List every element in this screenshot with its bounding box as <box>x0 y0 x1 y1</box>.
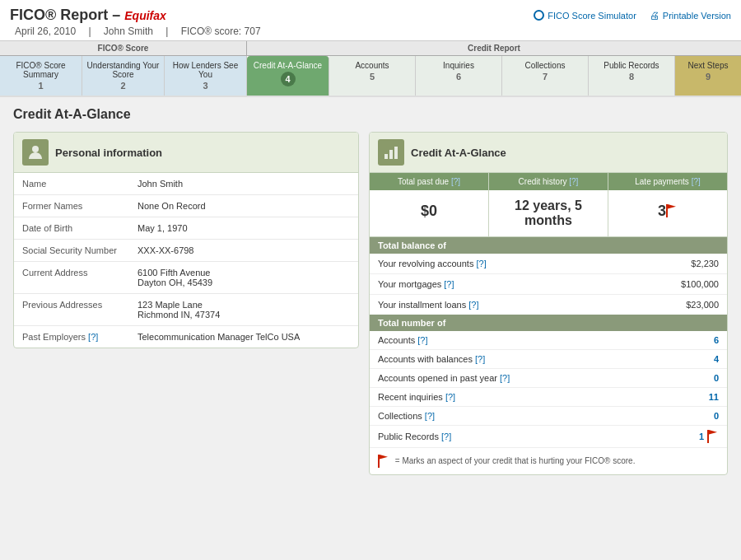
inquiries-label: Recent inquiries [?] <box>378 392 455 402</box>
tab-7-label: Collections <box>525 61 566 70</box>
tab-8-num: 8 <box>592 72 671 82</box>
tab-accounts[interactable]: Accounts 5 <box>329 56 416 96</box>
personal-info-table: Name John Smith Former Names None On Rec… <box>14 173 358 348</box>
tab-fico-score-summary[interactable]: FICO® Score Summary 1 <box>0 56 82 96</box>
user-name: John Smith <box>104 26 153 37</box>
personal-info-card: Personal information Name John Smith For… <box>13 132 359 348</box>
field-value-former-names: None On Record <box>129 195 358 217</box>
tab-5-label: Accounts <box>355 61 389 70</box>
accounts-balances-label: Accounts with balances [?] <box>378 354 485 364</box>
public-records-help[interactable]: [?] <box>441 432 451 441</box>
nav-group-fico-label: FICO® Score <box>0 41 247 56</box>
report-title-area: FICO® Report – Equifax <box>10 7 166 24</box>
table-row: Past Employers [?] Telecommunication Man… <box>14 326 358 348</box>
tab-credit-at-a-glance[interactable]: Credit At-A-Glance 4 <box>247 56 329 96</box>
public-records-flag <box>707 430 719 443</box>
field-label: Previous Addresses <box>14 294 129 326</box>
past-due-help[interactable]: [?] <box>451 177 460 186</box>
tab-next-steps[interactable]: Next Steps 9 <box>675 56 741 96</box>
number-row-accounts-past-year: Accounts opened in past year [?] 0 <box>370 369 727 388</box>
collections-help[interactable]: [?] <box>425 411 435 421</box>
svg-point-0 <box>32 146 39 152</box>
footer-note: = Marks an aspect of your credit that is… <box>370 447 727 474</box>
balance-row-mortgages: Your mortgages [?] $100,000 <box>370 274 727 295</box>
table-row: Social Security Number XXX-XX-6798 <box>14 240 358 262</box>
number-row-accounts: Accounts [?] 6 <box>370 331 727 350</box>
past-employers-help[interactable]: [?] <box>88 332 98 342</box>
mortgages-label: Your mortgages [?] <box>378 279 454 289</box>
footer-flag-icon <box>378 455 389 468</box>
tab-collections[interactable]: Collections 7 <box>502 56 589 96</box>
late-payments-help[interactable]: [?] <box>692 177 701 186</box>
tab-inquiries[interactable]: Inquiries 6 <box>416 56 502 96</box>
tab-6-label: Inquiries <box>443 61 474 70</box>
accounts-help[interactable]: [?] <box>417 335 427 345</box>
accounts-label: Accounts [?] <box>378 335 428 345</box>
metric-late-payments: Late payments [?] 3 <box>608 173 727 236</box>
installment-label: Your installment loans [?] <box>378 300 479 310</box>
revolving-value: $2,230 <box>691 259 719 268</box>
fico-score: FICO® score: 707 <box>181 26 261 37</box>
tab-1-num: 1 <box>3 81 78 91</box>
table-row: Date of Birth May 1, 1970 <box>14 217 358 240</box>
accounts-past-year-label: Accounts opened in past year [?] <box>378 373 510 383</box>
accounts-balances-help[interactable]: [?] <box>475 354 485 364</box>
revolving-label: Your revolving accounts [?] <box>378 259 487 268</box>
installment-help[interactable]: [?] <box>468 300 478 310</box>
chart-icon <box>378 139 404 166</box>
printer-icon: 🖨 <box>650 10 659 21</box>
fico-simulator-link[interactable]: FICO Score Simulator <box>534 10 636 21</box>
navigation: FICO® Score Credit Report FICO® Score Su… <box>0 41 741 97</box>
field-value-ssn: XXX-XX-6798 <box>129 240 358 262</box>
field-value-employers: Telecommunication Manager TelCo USA <box>129 326 358 348</box>
header-links: FICO Score Simulator 🖨 Printable Version <box>534 10 731 21</box>
nav-group-labels: FICO® Score Credit Report <box>0 41 741 56</box>
print-link[interactable]: 🖨 Printable Version <box>650 10 731 21</box>
tab-9-num: 9 <box>678 72 738 82</box>
glance-metrics: Total past due [?] $0 Credit history [?]… <box>370 173 727 237</box>
field-label: Social Security Number <box>14 240 129 262</box>
mortgages-help[interactable]: [?] <box>444 279 454 289</box>
field-label: Past Employers [?] <box>14 326 129 348</box>
tab-3-num: 3 <box>168 81 243 91</box>
report-title: FICO® Report – <box>10 7 124 23</box>
accounts-year-help[interactable]: [?] <box>500 373 510 383</box>
tab-3-label: How Lenders See You <box>173 61 239 79</box>
metric-history-value: 12 years, 5months <box>489 190 608 236</box>
personal-info-title: Personal information <box>55 147 162 159</box>
collections-label: Collections [?] <box>378 411 435 421</box>
accounts-past-year-value: 0 <box>714 373 719 383</box>
personal-info-column: Personal information Name John Smith For… <box>13 132 359 475</box>
field-value-name: John Smith <box>129 173 358 195</box>
tab-6-num: 6 <box>419 72 498 82</box>
inquiries-help[interactable]: [?] <box>445 392 455 402</box>
field-value-address: 6100 Fifth AvenueDayton OH, 45439 <box>129 262 358 294</box>
public-records-value: 1 <box>699 432 704 441</box>
credit-history-help[interactable]: [?] <box>569 177 578 186</box>
tab-4-num: 4 <box>281 72 296 86</box>
nav-tabs: FICO® Score Summary 1 Understanding Your… <box>0 56 741 96</box>
collections-value: 0 <box>714 411 719 421</box>
revolving-help[interactable]: [?] <box>476 259 486 268</box>
personal-info-header: Personal information <box>14 133 358 173</box>
metric-late-payments-header: Late payments [?] <box>608 173 727 190</box>
credit-glance-title: Credit At-A-Glance <box>411 147 506 159</box>
tab-7-num: 7 <box>506 72 585 82</box>
credit-glance-header: Credit At-A-Glance <box>370 133 727 173</box>
brand-name: Equifax <box>124 9 166 22</box>
balance-section: Total balance of Your revolving accounts… <box>370 237 727 315</box>
metric-total-past-due: Total past due [?] $0 <box>370 173 489 236</box>
tab-understanding-score[interactable]: Understanding Your Score 2 <box>82 56 165 96</box>
metric-credit-history: Credit history [?] 12 years, 5months <box>489 173 608 236</box>
public-records-value-group: 1 <box>699 430 719 443</box>
tab-2-label: Understanding Your Score <box>87 61 160 79</box>
tab-5-num: 5 <box>333 72 412 82</box>
field-label: Name <box>14 173 129 195</box>
field-value-dob: May 1, 1970 <box>129 217 358 240</box>
tab-how-lenders-see[interactable]: How Lenders See You 3 <box>165 56 247 96</box>
tab-public-records[interactable]: Public Records 8 <box>589 56 675 96</box>
svg-rect-1 <box>384 154 388 159</box>
page-title: Credit At-A-Glance <box>13 107 728 122</box>
person-icon <box>22 139 49 166</box>
number-row-public-records: Public Records [?] 1 <box>370 426 727 447</box>
